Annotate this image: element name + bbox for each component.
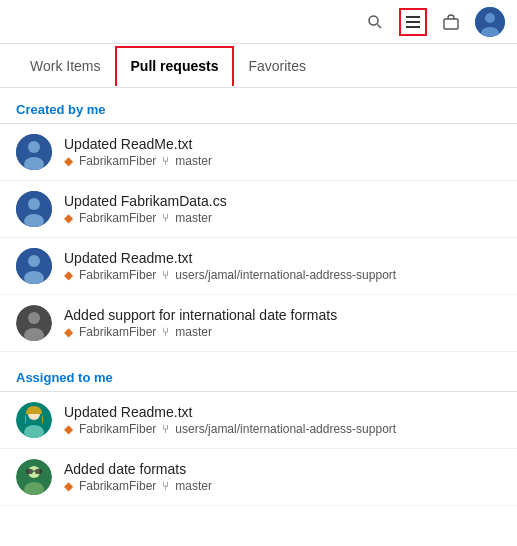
item-content: Updated Readme.txt ◆ FabrikamFiber ⑂ use… [64,250,396,282]
branch-name: master [175,479,212,493]
svg-point-13 [28,198,40,210]
svg-rect-28 [35,469,42,474]
tab-pull-requests[interactable]: Pull requests [115,46,235,86]
tab-work-items[interactable]: Work Items [16,48,115,84]
svg-rect-2 [406,16,420,18]
avatar [16,459,52,495]
pr-icon: ◆ [64,479,73,493]
svg-rect-27 [26,469,33,474]
branch-icon: ⑂ [162,211,169,225]
pr-icon: ◆ [64,325,73,339]
content-area: Created by me Updated ReadMe.txt ◆ Fabri… [0,88,517,506]
tab-favorites[interactable]: Favorites [234,48,320,84]
item-meta: ◆ FabrikamFiber ⑂ master [64,211,227,225]
branch-name: users/jamal/international-address-suppor… [175,422,396,436]
item-title: Added support for international date for… [64,307,337,323]
branch-icon: ⑂ [162,422,169,436]
svg-point-0 [369,16,378,25]
repo-name: FabrikamFiber [79,268,156,282]
tab-bar: Work Items Pull requests Favorites [0,44,517,88]
branch-icon: ⑂ [162,268,169,282]
item-content: Added support for international date for… [64,307,337,339]
item-title: Updated FabrikamData.cs [64,193,227,209]
pr-icon: ◆ [64,154,73,168]
list-item[interactable]: Updated Readme.txt ◆ FabrikamFiber ⑂ use… [0,238,517,295]
item-content: Added date formats ◆ FabrikamFiber ⑂ mas… [64,461,212,493]
list-item[interactable]: Updated ReadMe.txt ◆ FabrikamFiber ⑂ mas… [0,124,517,181]
branch-name: master [175,211,212,225]
pr-icon: ◆ [64,422,73,436]
item-meta: ◆ FabrikamFiber ⑂ master [64,154,212,168]
branch-name: users/jamal/international-address-suppor… [175,268,396,282]
list-item[interactable]: Updated FabrikamData.cs ◆ FabrikamFiber … [0,181,517,238]
branch-icon: ⑂ [162,325,169,339]
section-header-assigned: Assigned to me [0,356,517,391]
header-icons [361,7,505,37]
avatar [16,248,52,284]
repo-name: FabrikamFiber [79,479,156,493]
list-item[interactable]: Added date formats ◆ FabrikamFiber ⑂ mas… [0,449,517,506]
repo-name: FabrikamFiber [79,325,156,339]
list-item[interactable]: Updated Readme.txt ◆ FabrikamFiber ⑂ use… [0,392,517,449]
svg-point-16 [28,255,40,267]
section-header-created: Created by me [0,88,517,123]
svg-rect-5 [444,19,458,29]
branch-icon: ⑂ [162,154,169,168]
repo-name: FabrikamFiber [79,154,156,168]
svg-point-7 [485,13,495,23]
list-item[interactable]: Added support for international date for… [0,295,517,352]
item-meta: ◆ FabrikamFiber ⑂ users/jamal/internatio… [64,422,396,436]
item-meta: ◆ FabrikamFiber ⑂ master [64,325,337,339]
item-meta: ◆ FabrikamFiber ⑂ master [64,479,212,493]
pr-icon: ◆ [64,211,73,225]
item-content: Updated ReadMe.txt ◆ FabrikamFiber ⑂ mas… [64,136,212,168]
avatar [16,305,52,341]
svg-point-10 [28,141,40,153]
repo-name: FabrikamFiber [79,211,156,225]
item-content: Updated FabrikamData.cs ◆ FabrikamFiber … [64,193,227,225]
item-content: Updated Readme.txt ◆ FabrikamFiber ⑂ use… [64,404,396,436]
svg-rect-3 [406,21,420,23]
avatar [16,191,52,227]
item-title: Updated Readme.txt [64,250,396,266]
pr-icon: ◆ [64,268,73,282]
bag-icon[interactable] [437,8,465,36]
repo-name: FabrikamFiber [79,422,156,436]
svg-point-19 [28,312,40,324]
item-title: Updated ReadMe.txt [64,136,212,152]
item-title: Added date formats [64,461,212,477]
svg-rect-4 [406,26,420,28]
avatar [16,402,52,438]
branch-name: master [175,325,212,339]
branch-name: master [175,154,212,168]
item-title: Updated Readme.txt [64,404,396,420]
svg-line-1 [378,24,382,28]
branch-icon: ⑂ [162,479,169,493]
user-avatar[interactable] [475,7,505,37]
avatar [16,134,52,170]
list-view-icon[interactable] [399,8,427,36]
item-meta: ◆ FabrikamFiber ⑂ users/jamal/internatio… [64,268,396,282]
search-icon[interactable] [361,8,389,36]
header [0,0,517,44]
